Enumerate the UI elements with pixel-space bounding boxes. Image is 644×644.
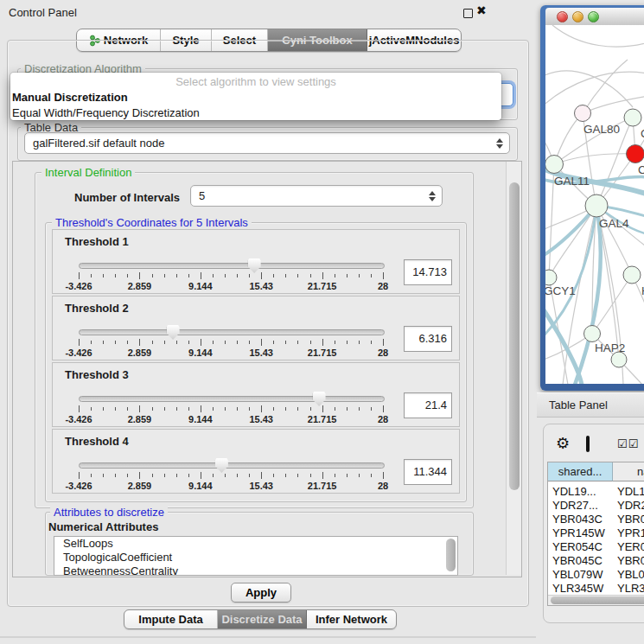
close-icon[interactable]: ✖ [476, 3, 487, 17]
network-window[interactable]: GAL80GCGAL11GAL4GCY1HHAP2 [540, 5, 644, 391]
tick-mark [152, 341, 153, 344]
select-columns-icon[interactable]: ☑☑ [617, 437, 639, 450]
slider-thumb[interactable] [215, 458, 228, 473]
table-row-cell[interactable]: YPR145W [552, 526, 613, 540]
table-row-cell[interactable]: YLR3 [617, 582, 644, 596]
table-row-cell[interactable]: YBR0 [617, 513, 644, 526]
column-header-shared-name[interactable]: shared... [548, 462, 613, 481]
stepper-icon [494, 137, 505, 150]
hscrollbar-thumb[interactable] [551, 596, 644, 604]
threshold-value-field[interactable]: 21.4 [404, 392, 452, 418]
zoom-traffic-light-icon[interactable] [588, 11, 599, 22]
number-of-intervals-label: Number of Intervals [74, 191, 180, 204]
network-edge [552, 25, 644, 47]
table-row-cell[interactable]: YDR2 [617, 499, 644, 513]
table-row-cell[interactable]: YPR1 [617, 526, 644, 540]
table-row-cell[interactable]: YDR27... [552, 499, 613, 513]
thresholds-group-title: Threshold's Coordinates for 5 Intervals [52, 216, 252, 229]
tick-mark [322, 472, 323, 479]
network-window-titlebar[interactable] [545, 8, 644, 26]
network-node-h[interactable] [623, 266, 641, 284]
tick-mark [383, 272, 384, 279]
tick-mark [285, 407, 286, 411]
table-row-cell[interactable]: YBL079W [552, 568, 613, 582]
tick-mark [225, 274, 226, 277]
threshold-value-field[interactable]: 11.344 [404, 459, 452, 485]
network-canvas[interactable]: GAL80GCGAL11GAL4GCY1HHAP2 [545, 25, 644, 384]
tick-mark [359, 407, 360, 411]
table-row-cell[interactable]: YBL0 [617, 568, 644, 582]
tick-label: 28 [378, 414, 388, 424]
interval-group-title: Interval Definition [41, 166, 135, 179]
tick-mark [371, 274, 372, 277]
bottom-tab-impute-data[interactable]: Impute Data [124, 610, 218, 628]
numerical-attributes-label: Numerical Attributes [48, 520, 158, 533]
close-traffic-light-icon[interactable] [557, 11, 568, 22]
dropdown-item-0[interactable]: Manual Discretization [10, 90, 501, 105]
threshold-value-field[interactable]: 14.713 [404, 259, 452, 285]
table-row-cell[interactable]: YBR0 [617, 554, 644, 568]
network-node[interactable] [611, 352, 627, 367]
table-panel-titlebar[interactable]: Table Panel [537, 392, 644, 418]
tick-label: 28 [378, 481, 388, 491]
slider-thumb[interactable] [167, 325, 180, 340]
number-of-intervals-combo[interactable]: 5 [190, 185, 443, 207]
float-icon[interactable] [463, 9, 473, 18]
network-node-gcy1[interactable] [545, 270, 557, 285]
table-row-cell[interactable]: YDL19... [552, 485, 613, 499]
node-table: shared... na YDL19...YDL1YDR27...YDR2YBR… [547, 462, 644, 606]
tick-mark [237, 274, 238, 277]
tick-mark [164, 474, 165, 477]
column-header-name[interactable]: na [613, 462, 644, 481]
tick-mark [335, 407, 335, 411]
tick-mark [201, 272, 201, 279]
vscrollbar-thumb[interactable] [509, 182, 520, 490]
minimize-traffic-light-icon[interactable] [572, 11, 583, 22]
tick-label: 28 [378, 281, 388, 291]
tick-mark [213, 407, 214, 411]
bottom-tab-discretize-data[interactable]: Discretize Data [218, 610, 307, 628]
tick-mark [201, 472, 201, 479]
table-row-cell[interactable]: YLR345W [552, 582, 613, 596]
network-node-gal4[interactable] [585, 194, 608, 217]
tick-mark [164, 341, 165, 344]
network-node-hap2[interactable] [584, 326, 601, 342]
gear-icon[interactable]: ⚙ [556, 434, 570, 453]
tick-mark [79, 339, 80, 346]
slider-thumb[interactable] [313, 392, 326, 406]
threshold-panel-4: Threshold 4-3.4262.8599.14415.4321.71528… [52, 429, 460, 494]
tick-mark [261, 272, 262, 279]
bottom-tab-infer-network[interactable]: Infer Network [307, 610, 396, 628]
table-row-cell[interactable]: YBR045C [552, 554, 613, 568]
tick-mark [225, 341, 226, 344]
apply-button[interactable]: Apply [231, 583, 291, 603]
network-node-c[interactable] [627, 145, 644, 163]
node-label: GCY1 [545, 284, 576, 297]
network-node-g[interactable] [624, 109, 641, 126]
slider-thumb[interactable] [248, 258, 261, 273]
table-row-cell[interactable]: YBR043C [552, 513, 613, 526]
tick-mark [79, 405, 80, 412]
slider-track[interactable] [79, 263, 385, 269]
split-columns-icon[interactable] [586, 436, 590, 452]
slider-track[interactable] [79, 329, 385, 335]
slider-track[interactable] [79, 396, 385, 402]
attribute-item-0[interactable]: SelfLoops [54, 537, 457, 551]
attribute-item-2[interactable]: BetweennessCentrality [54, 564, 457, 576]
attribute-item-1[interactable]: TopologicalCoefficient [54, 551, 457, 564]
slider-track[interactable] [79, 462, 385, 469]
tick-mark [371, 474, 372, 477]
table-data-combo[interactable]: galFiltered.sif default node [24, 132, 510, 154]
table-row-cell[interactable]: YER0 [617, 540, 644, 554]
dropdown-item-1[interactable]: Equal Width/Frequency Discretization [10, 105, 501, 121]
tick-mark [152, 407, 153, 411]
tick-label: 15.43 [249, 481, 273, 491]
tick-mark [237, 407, 238, 411]
table-row-cell[interactable]: YER054C [552, 540, 613, 554]
table-row-cell[interactable]: YDL1 [617, 485, 644, 499]
list-scrollbar-thumb[interactable] [446, 539, 456, 571]
threshold-value-field[interactable]: 6.316 [404, 326, 452, 352]
numerical-attributes-list[interactable]: SelfLoopsTopologicalCoefficientBetweenne… [54, 536, 458, 576]
network-node-gal11[interactable] [545, 156, 564, 174]
network-node-gal80[interactable] [575, 105, 591, 122]
